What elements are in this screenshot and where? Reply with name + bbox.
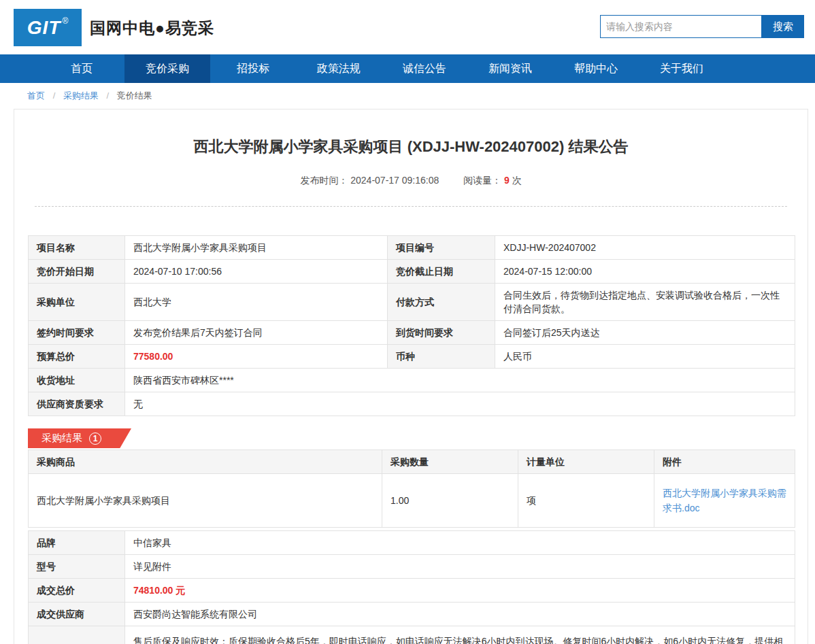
table-row: 签约时间要求 发布竞价结果后7天内签订合同 到货时间要求 合同签订后25天内送达 <box>29 321 795 345</box>
table-row: 成交总价 74810.00 元 <box>29 579 795 603</box>
nav-item-home[interactable]: 首页 <box>39 54 124 83</box>
field-label: 预算总价 <box>29 345 125 369</box>
table-row: 供应商资质要求 无 <box>29 392 795 416</box>
views-count: 9 <box>504 175 510 186</box>
purchase-result-badge: 采购结果 1 <box>28 428 131 448</box>
table-row: 采购单位 西北大学 付款方式 合同生效后，待货物到达指定地点、安装调试验收合格后… <box>29 284 795 321</box>
nav-item-tendering[interactable]: 招投标 <box>210 54 296 83</box>
field-value: 陕西省西安市碑林区**** <box>125 369 795 392</box>
logo-text: GIT <box>27 17 61 39</box>
field-value: XDJJ-HW-202407002 <box>495 236 795 260</box>
field-label: 签约时间要求 <box>29 321 125 345</box>
field-label: 品牌 <box>29 531 125 555</box>
purchase-result-table: 采购商品 采购数量 计量单位 附件 西北大学附属小学家具采购项目 1.00 项 … <box>28 450 795 528</box>
attachment-link[interactable]: 西北大学附属小学家具采购需求书.doc <box>663 486 786 515</box>
field-label: 竞价开始日期 <box>29 260 125 284</box>
table-row: 收货地址 陕西省西安市碑林区**** <box>29 369 795 392</box>
field-label: 收货地址 <box>29 369 125 392</box>
breadcrumb-separator: / <box>107 90 110 101</box>
breadcrumb: 首页 / 采购结果 / 竞价结果 <box>0 83 815 109</box>
table-header-row: 采购商品 采购数量 计量单位 附件 <box>29 450 795 474</box>
field-value: 合同生效后，待货物到达指定地点、安装调试验收合格后，一次性付清合同货款。 <box>495 284 795 321</box>
field-label: 竞价截止日期 <box>388 260 495 284</box>
nav-item-help-center[interactable]: 帮助中心 <box>553 54 639 83</box>
views-label: 阅读量： <box>463 175 501 186</box>
main-nav: 首页 竞价采购 招投标 政策法规 诚信公告 新闻资讯 帮助中心 关于我们 <box>0 54 815 83</box>
badge-number-icon: 1 <box>89 433 101 445</box>
table-row: 质保及售后服务 售后质保及响应时效：质保期验收合格后5年，即时电话响应，如电话响… <box>29 626 795 644</box>
search-button[interactable]: 搜索 <box>762 15 804 38</box>
search-bar: 搜索 <box>600 15 804 38</box>
table-row: 型号 详见附件 <box>29 555 795 579</box>
column-header: 计量单位 <box>518 450 654 474</box>
project-info-table: 项目名称 西北大学附属小学家具采购项目 项目编号 XDJJ-HW-2024070… <box>28 235 795 416</box>
top-header: GIT ® 国网中电●易竞采 搜索 <box>0 0 815 54</box>
nav-item-about-us[interactable]: 关于我们 <box>639 54 725 83</box>
site-name: 国网中电●易竞采 <box>90 18 214 39</box>
search-input[interactable] <box>600 15 762 38</box>
field-label: 到货时间要求 <box>388 321 495 345</box>
publish-time-label: 发布时间： <box>300 175 348 186</box>
field-value: 西北大学 <box>125 284 388 321</box>
breadcrumb-home-link[interactable]: 首页 <box>27 90 45 101</box>
field-value: 2024-07-10 17:00:56 <box>125 260 388 284</box>
table-row: 成交供应商 西安爵尚达智能系统有限公司 <box>29 603 795 626</box>
breadcrumb-purchase-results-link[interactable]: 采购结果 <box>63 90 99 101</box>
nav-item-integrity-notice[interactable]: 诚信公告 <box>382 54 467 83</box>
column-header: 采购商品 <box>29 450 382 474</box>
table-row: 项目名称 西北大学附属小学家具采购项目 项目编号 XDJJ-HW-2024070… <box>29 236 795 260</box>
table-row: 预算总价 77580.00 币种 人民币 <box>29 345 795 369</box>
field-value: 合同签订后25天内送达 <box>495 321 795 345</box>
attachment-cell: 西北大学附属小学家具采购需求书.doc <box>654 474 795 528</box>
field-label: 付款方式 <box>388 284 495 321</box>
brand-value: 中信家具 <box>125 531 795 555</box>
nav-item-news[interactable]: 新闻资讯 <box>467 54 553 83</box>
field-label: 型号 <box>29 555 125 579</box>
field-label: 质保及售后服务 <box>29 626 125 644</box>
field-label: 成交供应商 <box>29 603 125 626</box>
column-header: 附件 <box>654 450 795 474</box>
deal-total-price-value: 74810.00 元 <box>125 579 795 603</box>
field-value: 发布竞价结果后7天内签订合同 <box>125 321 388 345</box>
registered-trademark-icon: ® <box>62 16 68 26</box>
table-row: 竞价开始日期 2024-07-10 17:00:56 竞价截止日期 2024-0… <box>29 260 795 284</box>
table-row: 西北大学附属小学家具采购项目 1.00 项 西北大学附属小学家具采购需求书.do… <box>29 474 795 528</box>
quantity-cell: 1.00 <box>382 474 518 528</box>
column-header: 采购数量 <box>382 450 518 474</box>
publish-time-value: 2024-07-17 09:16:08 <box>350 175 439 186</box>
unit-cell: 项 <box>518 474 654 528</box>
model-value: 详见附件 <box>125 555 795 579</box>
breadcrumb-separator: / <box>53 90 56 101</box>
field-label: 供应商资质要求 <box>29 392 125 416</box>
field-value: 无 <box>125 392 795 416</box>
breadcrumb-current: 竞价结果 <box>117 90 152 101</box>
field-label: 币种 <box>388 345 495 369</box>
nav-item-policies[interactable]: 政策法规 <box>296 54 382 83</box>
nav-item-bidding-purchase[interactable]: 竞价采购 <box>124 54 210 83</box>
site-logo[interactable]: GIT ® <box>14 9 82 46</box>
field-value: 西北大学附属小学家具采购项目 <box>125 236 388 260</box>
article-head: 西北大学附属小学家具采购项目 (XDJJ-HW-202407002) 结果公告 … <box>14 109 808 207</box>
field-label: 采购单位 <box>29 284 125 321</box>
article-meta: 发布时间： 2024-07-17 09:16:08 阅读量： 9 次 <box>35 175 787 207</box>
views-unit: 次 <box>512 175 522 186</box>
supplier-value: 西安爵尚达智能系统有限公司 <box>125 603 795 626</box>
field-value: 2024-07-15 12:00:00 <box>495 260 795 284</box>
deal-detail-table: 品牌 中信家具 型号 详见附件 成交总价 74810.00 元 成交供应商 西安… <box>28 530 795 644</box>
warranty-service-value: 售后质保及响应时效：质保期验收合格后5年，即时电话响应，如电话响应无法解决6小时… <box>125 626 795 644</box>
field-label: 项目编号 <box>388 236 495 260</box>
badge-label: 采购结果 <box>41 432 82 445</box>
page: GIT ® 国网中电●易竞采 搜索 首页 竞价采购 招投标 政策法规 诚信公告 … <box>0 0 815 644</box>
field-value: 人民币 <box>495 345 795 369</box>
budget-total-value: 77580.00 <box>125 345 388 369</box>
announcement-card: 西北大学附属小学家具采购项目 (XDJJ-HW-202407002) 结果公告 … <box>14 109 808 644</box>
field-label: 成交总价 <box>29 579 125 603</box>
field-label: 项目名称 <box>29 236 125 260</box>
product-name-cell: 西北大学附属小学家具采购项目 <box>29 474 382 528</box>
table-row: 品牌 中信家具 <box>29 531 795 555</box>
page-title: 西北大学附属小学家具采购项目 (XDJJ-HW-202407002) 结果公告 <box>35 137 787 157</box>
